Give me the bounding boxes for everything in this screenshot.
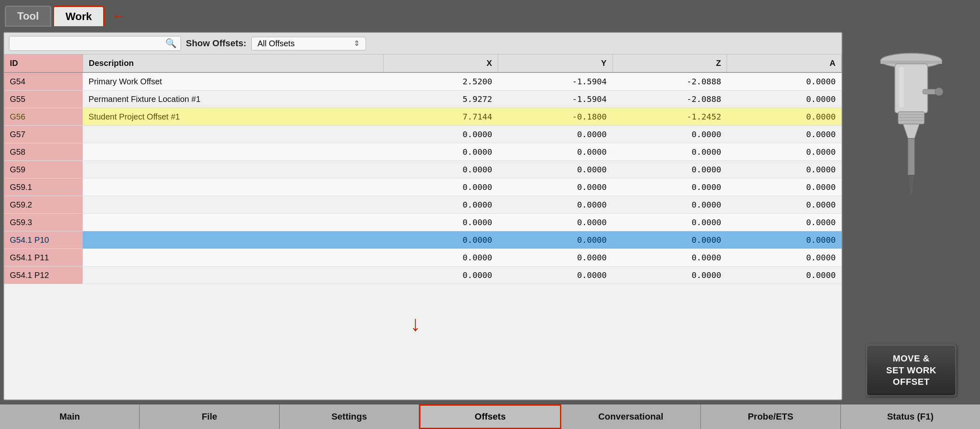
cell-id: G58 — [4, 143, 83, 161]
table-row[interactable]: G59.10.00000.00000.00000.0000 — [4, 178, 842, 196]
cell-a: 0.0000 — [727, 231, 842, 249]
cell-x: 0.0000 — [384, 126, 498, 143]
cell-id: G54.1 P10 — [4, 231, 83, 249]
cell-y: 0.0000 — [498, 196, 612, 214]
table-row[interactable]: G54.1 P100.00000.00000.00000.0000 — [4, 231, 842, 249]
table-panel: 🔍 Show Offsets: All Offsets ⇕ ID Descrip… — [3, 32, 842, 400]
nav-main[interactable]: Main — [0, 404, 140, 429]
cell-description: Permanent Fixture Location #1 — [83, 90, 383, 108]
tab-tool[interactable]: Tool — [5, 6, 51, 27]
cell-y: 0.0000 — [498, 143, 612, 161]
table-row[interactable]: G59.20.00000.00000.00000.0000 — [4, 196, 842, 214]
cell-x: 0.0000 — [384, 231, 498, 249]
cell-z: 0.0000 — [612, 266, 727, 284]
cell-y: 0.0000 — [498, 126, 612, 143]
cell-id: G55 — [4, 90, 83, 108]
search-bar: 🔍 Show Offsets: All Offsets ⇕ — [4, 33, 842, 54]
offset-select-arrows-icon: ⇕ — [354, 39, 360, 48]
cell-y: 0.0000 — [498, 231, 612, 249]
cell-description: Student Project Offset #1 — [83, 108, 383, 126]
cell-a: 0.0000 — [727, 196, 842, 214]
cell-z: -2.0888 — [612, 90, 727, 108]
tab-bar: Tool Work ← — [0, 0, 980, 29]
offset-table[interactable]: ID Description X Y Z A G54Primary Work O… — [4, 54, 842, 400]
cell-a: 0.0000 — [727, 249, 842, 266]
cnc-tool-illustration — [862, 44, 960, 208]
col-header-id: ID — [4, 54, 83, 72]
cell-x: 7.7144 — [384, 108, 498, 126]
cell-a: 0.0000 — [727, 126, 842, 143]
table-row[interactable]: G54Primary Work Offset2.5200-1.5904-2.08… — [4, 72, 842, 90]
tab-work[interactable]: Work — [53, 6, 105, 26]
cell-z: 0.0000 — [612, 178, 727, 196]
svg-marker-9 — [908, 175, 915, 196]
table-row[interactable]: G580.00000.00000.00000.0000 — [4, 143, 842, 161]
cell-a: 0.0000 — [727, 161, 842, 178]
cell-a: 0.0000 — [727, 214, 842, 231]
cell-z: 0.0000 — [612, 196, 727, 214]
cell-a: 0.0000 — [727, 108, 842, 126]
search-icon[interactable]: 🔍 — [165, 38, 176, 49]
cell-description — [83, 266, 383, 284]
search-input-wrap[interactable]: 🔍 — [9, 36, 181, 51]
svg-point-12 — [935, 88, 943, 96]
arrow-indicator: ← — [111, 7, 126, 25]
cell-id: G59.1 — [4, 178, 83, 196]
cell-z: 0.0000 — [612, 126, 727, 143]
svg-rect-10 — [899, 67, 904, 108]
search-input[interactable] — [14, 39, 163, 48]
scroll-arrow-indicator: ↓ — [410, 313, 421, 334]
col-header-y: Y — [498, 54, 612, 72]
cell-a: 0.0000 — [727, 90, 842, 108]
cell-z: 0.0000 — [612, 143, 727, 161]
table-row[interactable]: G55Permanent Fixture Location #15.9272-1… — [4, 90, 842, 108]
cell-y: -1.5904 — [498, 72, 612, 90]
cell-a: 0.0000 — [727, 266, 842, 284]
cell-x: 0.0000 — [384, 143, 498, 161]
move-set-work-offset-button[interactable]: MOVE & SET WORK OFFSET — [866, 345, 956, 396]
cell-id: G59.3 — [4, 214, 83, 231]
cell-x: 2.5200 — [384, 72, 498, 90]
cell-id: G59 — [4, 161, 83, 178]
cell-z: 0.0000 — [612, 161, 727, 178]
cell-z: 0.0000 — [612, 249, 727, 266]
svg-rect-1 — [881, 61, 942, 64]
cell-x: 0.0000 — [384, 196, 498, 214]
cell-id: G54 — [4, 72, 83, 90]
main-content: 🔍 Show Offsets: All Offsets ⇕ ID Descrip… — [0, 29, 980, 404]
table-row[interactable]: G590.00000.00000.00000.0000 — [4, 161, 842, 178]
bottom-nav: Main File Settings Offsets Conversationa… — [0, 404, 980, 429]
nav-offsets[interactable]: Offsets — [419, 404, 561, 429]
cell-id: G59.2 — [4, 196, 83, 214]
table-row[interactable]: G570.00000.00000.00000.0000 — [4, 126, 842, 143]
table-row[interactable]: G54.1 P110.00000.00000.00000.0000 — [4, 249, 842, 266]
cell-description: Primary Work Offset — [83, 72, 383, 90]
nav-probe-ets[interactable]: Probe/ETS — [701, 404, 840, 429]
cell-a: 0.0000 — [727, 72, 842, 90]
offset-select[interactable]: All Offsets ⇕ — [251, 37, 366, 50]
nav-conversational[interactable]: Conversational — [561, 404, 701, 429]
col-header-z: Z — [612, 54, 727, 72]
cell-x: 0.0000 — [384, 249, 498, 266]
cell-description — [83, 231, 383, 249]
svg-marker-7 — [903, 124, 919, 138]
cell-y: 0.0000 — [498, 161, 612, 178]
table-row[interactable]: G59.30.00000.00000.00000.0000 — [4, 214, 842, 231]
svg-rect-8 — [908, 138, 915, 175]
cell-id: G56 — [4, 108, 83, 126]
table-row[interactable]: G54.1 P120.00000.00000.00000.0000 — [4, 266, 842, 284]
cell-description — [83, 249, 383, 266]
nav-settings[interactable]: Settings — [280, 404, 419, 429]
cell-a: 0.0000 — [727, 143, 842, 161]
nav-file[interactable]: File — [140, 404, 279, 429]
nav-status[interactable]: Status (F1) — [841, 404, 980, 429]
cell-x: 0.0000 — [384, 214, 498, 231]
cell-a: 0.0000 — [727, 178, 842, 196]
show-offsets-label: Show Offsets: — [186, 38, 246, 49]
cell-y: -0.1800 — [498, 108, 612, 126]
cell-y: 0.0000 — [498, 214, 612, 231]
cell-z: 0.0000 — [612, 214, 727, 231]
cell-y: 0.0000 — [498, 249, 612, 266]
cell-x: 0.0000 — [384, 161, 498, 178]
table-row[interactable]: G56Student Project Offset #17.7144-0.180… — [4, 108, 842, 126]
